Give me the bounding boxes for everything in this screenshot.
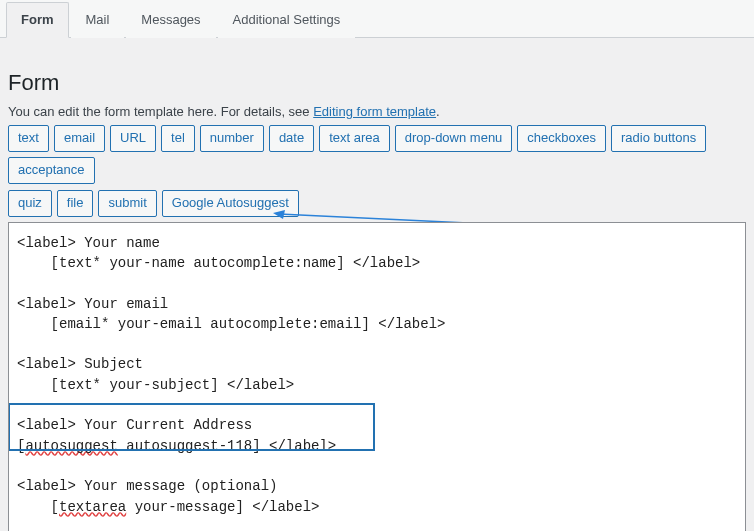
editing-template-link[interactable]: Editing form template [313, 104, 436, 119]
form-panel: Form You can edit the form template here… [0, 38, 754, 531]
tag-tel[interactable]: tel [161, 125, 195, 152]
tab-mail[interactable]: Mail [71, 2, 125, 38]
tag-dropdown[interactable]: drop-down menu [395, 125, 513, 152]
tag-acceptance[interactable]: acceptance [8, 157, 95, 184]
tag-file[interactable]: file [57, 190, 94, 217]
tag-quiz[interactable]: quiz [8, 190, 52, 217]
tag-submit[interactable]: submit [98, 190, 156, 217]
tab-bar: Form Mail Messages Additional Settings [0, 0, 754, 38]
tag-url[interactable]: URL [110, 125, 156, 152]
tag-date[interactable]: date [269, 125, 314, 152]
tag-google-autosuggest[interactable]: Google Autosuggest [162, 190, 299, 217]
form-template-editor[interactable]: <label> Your name [text* your-name autoc… [8, 222, 746, 531]
panel-heading: Form [8, 70, 746, 96]
tab-additional-settings[interactable]: Additional Settings [218, 2, 356, 38]
tag-email[interactable]: email [54, 125, 105, 152]
tag-text[interactable]: text [8, 125, 49, 152]
tab-messages[interactable]: Messages [126, 2, 215, 38]
panel-description: You can edit the form template here. For… [8, 104, 746, 119]
tab-form[interactable]: Form [6, 2, 69, 38]
tag-number[interactable]: number [200, 125, 264, 152]
tag-radio[interactable]: radio buttons [611, 125, 706, 152]
tag-button-row-2: quiz file submit Google Autosuggest [8, 190, 746, 217]
tag-textarea[interactable]: text area [319, 125, 390, 152]
tag-button-row: text email URL tel number date text area… [8, 125, 746, 184]
tag-checkboxes[interactable]: checkboxes [517, 125, 606, 152]
